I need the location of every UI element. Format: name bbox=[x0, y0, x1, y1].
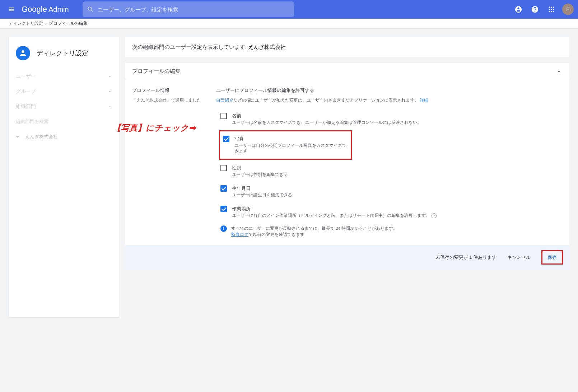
person-icon bbox=[16, 46, 30, 60]
sidebar-title: ディレクトリ設定 bbox=[37, 49, 88, 57]
annotation-callout: 【写真】にチェック➡ bbox=[113, 122, 196, 134]
svg-point-8 bbox=[549, 11, 550, 12]
svg-point-1 bbox=[517, 8, 519, 10]
highlight-box-photo: 写真 ユーザーは自分の公開プロフィール写真をカスタマイズできます bbox=[219, 130, 352, 160]
sidebar-item-groups[interactable]: グループ bbox=[9, 84, 119, 99]
search-box[interactable] bbox=[83, 1, 294, 17]
sidebar-item-label: 組織部門 bbox=[16, 103, 36, 110]
check-row-birthday: 生年月日 ユーザーは誕生日を編集できる bbox=[216, 182, 562, 203]
audit-log-link[interactable]: 監査ログ bbox=[231, 232, 248, 237]
check-desc: ユーザーは名前をカスタマイズでき、ユーザーが加える編集は管理コンソールには反映さ… bbox=[232, 120, 421, 125]
profile-edit-panel: プロフィールの編集 プロフィール情報 「えんぎ株式会社」で適用しました ユーザー… bbox=[125, 63, 569, 270]
panel-left-column: プロフィール情報 「えんぎ株式会社」で適用しました bbox=[132, 87, 208, 238]
user-avatar[interactable]: E bbox=[562, 4, 574, 15]
app-header: Google Admin E bbox=[0, 0, 578, 19]
sidebar-item-users[interactable]: ユーザー bbox=[9, 69, 119, 84]
highlight-box-save: 保存 bbox=[541, 250, 563, 265]
check-label: 名前 bbox=[232, 113, 421, 119]
panel-header[interactable]: プロフィールの編集 bbox=[125, 63, 569, 80]
org-bar-prefix: 次の組織部門のユーザー設定を表示しています: bbox=[132, 44, 248, 50]
svg-point-3 bbox=[551, 7, 552, 8]
svg-point-11 bbox=[22, 50, 24, 53]
breadcrumb-current: プロフィールの編集 bbox=[49, 20, 88, 27]
detail-link[interactable]: 詳細 bbox=[420, 98, 428, 103]
org-bar-name: えんぎ株式会社 bbox=[248, 44, 286, 50]
check-label: 作業場所 bbox=[232, 206, 437, 212]
sidebar-item-label: グループ bbox=[16, 88, 36, 95]
header-icons: E bbox=[513, 4, 574, 15]
breadcrumb-parent[interactable]: ディレクトリ設定 bbox=[9, 20, 43, 27]
logo-admin-text: Admin bbox=[48, 5, 69, 14]
account-status-icon[interactable] bbox=[513, 4, 524, 15]
chevron-up-icon bbox=[108, 104, 112, 109]
sidebar-header: ディレクトリ設定 bbox=[9, 37, 119, 69]
left-col-title: プロフィール情報 bbox=[132, 87, 208, 94]
checkbox-gender[interactable] bbox=[220, 165, 227, 171]
chevron-up-icon bbox=[556, 68, 562, 75]
check-desc: ユーザーは誕生日を編集できる bbox=[232, 192, 292, 198]
svg-point-2 bbox=[549, 7, 550, 8]
check-desc: ユーザーに各自のメイン作業場所（ビルディングと階、またはリモート作業中）の編集を… bbox=[232, 213, 437, 218]
panel-footer: 未保存の変更が 1 件あります キャンセル 保存 bbox=[125, 245, 569, 270]
apps-grid-icon[interactable] bbox=[546, 4, 557, 15]
check-desc: ユーザーは自分の公開プロフィール写真をカスタマイズできます bbox=[234, 143, 349, 154]
checkbox-birthday[interactable] bbox=[220, 185, 227, 192]
info-icon: i bbox=[220, 225, 227, 232]
desc-rest: などの欄にユーザーが加えた変更は、ユーザーのさまざまなアプリケーションに表示され… bbox=[233, 98, 419, 103]
checkbox-name[interactable] bbox=[220, 113, 227, 119]
check-row-photo: 写真 ユーザーは自分の公開プロフィール写真をカスタマイズできます bbox=[222, 133, 349, 159]
check-row-work-location: 作業場所 ユーザーに各自のメイン作業場所（ビルディングと階、またはリモート作業中… bbox=[216, 203, 562, 223]
svg-point-9 bbox=[551, 11, 552, 12]
logo-google-text: Google bbox=[22, 5, 47, 14]
check-desc: ユーザーは性別を編集できる bbox=[232, 172, 288, 177]
panel-title: プロフィールの編集 bbox=[132, 68, 181, 75]
google-admin-logo[interactable]: Google Admin bbox=[22, 5, 69, 14]
self-intro-link[interactable]: 自己紹介 bbox=[216, 98, 233, 103]
checkbox-photo[interactable] bbox=[223, 136, 229, 142]
ou-search-placeholder[interactable]: 組織部門を検索 bbox=[9, 114, 119, 129]
info-text: すべてのユーザーに変更が反映されるまでに、最長で 24 時間かかることがあります… bbox=[231, 225, 397, 238]
check-label: 写真 bbox=[234, 136, 349, 142]
svg-point-6 bbox=[551, 9, 552, 10]
svg-point-5 bbox=[549, 9, 550, 10]
cancel-button[interactable]: キャンセル bbox=[504, 252, 534, 263]
chevron-down-icon bbox=[108, 74, 112, 79]
check-row-gender: 性別 ユーザーは性別を編集できる bbox=[216, 162, 562, 182]
sidebar-org-item[interactable]: えんぎ株式会社 bbox=[9, 129, 119, 144]
search-icon bbox=[87, 6, 94, 13]
main-content: 【写真】にチェック➡ 次の組織部門のユーザー設定を表示しています: えんぎ株式会… bbox=[125, 37, 569, 270]
check-row-name: 名前 ユーザーは名前をカスタマイズでき、ユーザーが加える編集は管理コンソールには… bbox=[216, 110, 562, 130]
save-button[interactable]: 保存 bbox=[542, 252, 562, 263]
svg-point-7 bbox=[553, 9, 554, 10]
help-tooltip-icon[interactable]: ? bbox=[432, 213, 437, 218]
search-input[interactable] bbox=[98, 6, 290, 13]
breadcrumb: ディレクトリ設定 › プロフィールの編集 bbox=[0, 19, 578, 29]
sidebar-item-org-units[interactable]: 組織部門 bbox=[9, 99, 119, 114]
svg-point-4 bbox=[553, 7, 554, 8]
sidebar: ディレクトリ設定 ユーザー グループ 組織部門 組織部門を検索 えんぎ株式会社 bbox=[9, 37, 119, 317]
svg-point-10 bbox=[553, 11, 554, 12]
section-description: 自己紹介などの欄にユーザーが加えた変更は、ユーザーのさまざまなアプリケーションに… bbox=[216, 97, 562, 103]
panel-right-column: ユーザーにプロフィール情報の編集を許可する 自己紹介などの欄にユーザーが加えた変… bbox=[216, 87, 562, 238]
check-label: 生年月日 bbox=[232, 185, 292, 192]
unsaved-changes-text: 未保存の変更が 1 件あります bbox=[435, 254, 497, 261]
info-row: i すべてのユーザーに変更が反映されるまでに、最長で 24 時間かかることがあり… bbox=[216, 223, 562, 238]
applied-at-text: 「えんぎ株式会社」で適用しました bbox=[132, 97, 208, 103]
checkbox-work-location[interactable] bbox=[220, 206, 227, 212]
org-bar: 次の組織部門のユーザー設定を表示しています: えんぎ株式会社 bbox=[125, 37, 569, 57]
check-label: 性別 bbox=[232, 165, 288, 171]
section-title: ユーザーにプロフィール情報の編集を許可する bbox=[216, 87, 562, 94]
sidebar-item-label: ユーザー bbox=[16, 73, 36, 80]
help-icon[interactable] bbox=[529, 4, 541, 15]
chevron-down-icon bbox=[108, 89, 112, 94]
hamburger-menu-icon[interactable] bbox=[4, 2, 19, 17]
breadcrumb-separator: › bbox=[45, 21, 47, 26]
